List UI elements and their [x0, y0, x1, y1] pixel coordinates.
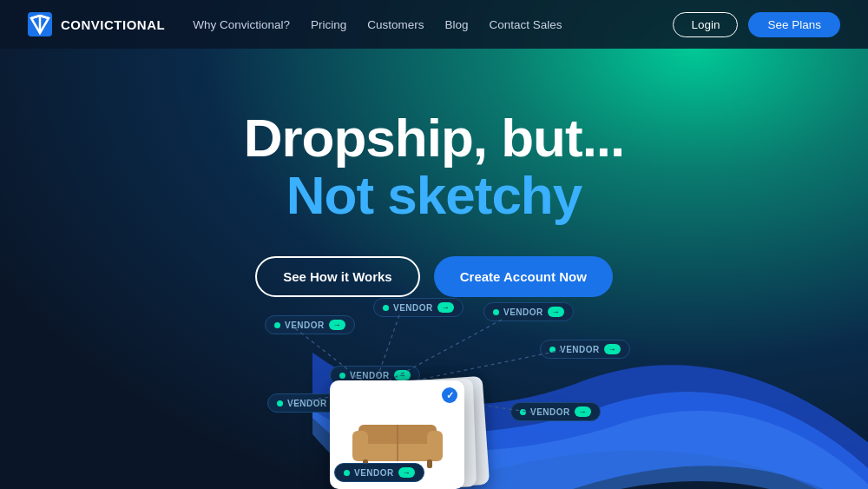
- hero-buttons: See How it Works Create Account Now: [0, 256, 868, 297]
- nav-why[interactable]: Why Convictional?: [193, 18, 290, 31]
- nav-contact[interactable]: Contact Sales: [490, 18, 562, 31]
- nav-right: Login See Plans: [673, 12, 840, 37]
- logo-link[interactable]: CONVICTIONAL: [28, 12, 165, 36]
- hero-section: Dropship, but... Not sketchy See How it …: [0, 49, 868, 297]
- login-button[interactable]: Login: [673, 12, 738, 37]
- hero-heading-line1: Dropship, but...: [0, 109, 868, 166]
- logo-icon: [28, 12, 52, 36]
- nav-links: Why Convictional? Pricing Customers Blog…: [193, 17, 562, 32]
- logo-text: CONVICTIONAL: [61, 17, 165, 32]
- create-account-button[interactable]: Create Account Now: [434, 256, 613, 297]
- navbar: CONVICTIONAL Why Convictional? Pricing C…: [0, 0, 868, 49]
- nav-blog[interactable]: Blog: [445, 18, 469, 31]
- nav-left: CONVICTIONAL Why Convictional? Pricing C…: [28, 12, 562, 36]
- see-how-button[interactable]: See How it Works: [255, 256, 420, 297]
- hero-heading-line2: Not sketchy: [0, 166, 868, 225]
- nav-customers[interactable]: Customers: [367, 18, 424, 31]
- nav-pricing[interactable]: Pricing: [311, 18, 346, 31]
- see-plans-button[interactable]: See Plans: [748, 12, 840, 37]
